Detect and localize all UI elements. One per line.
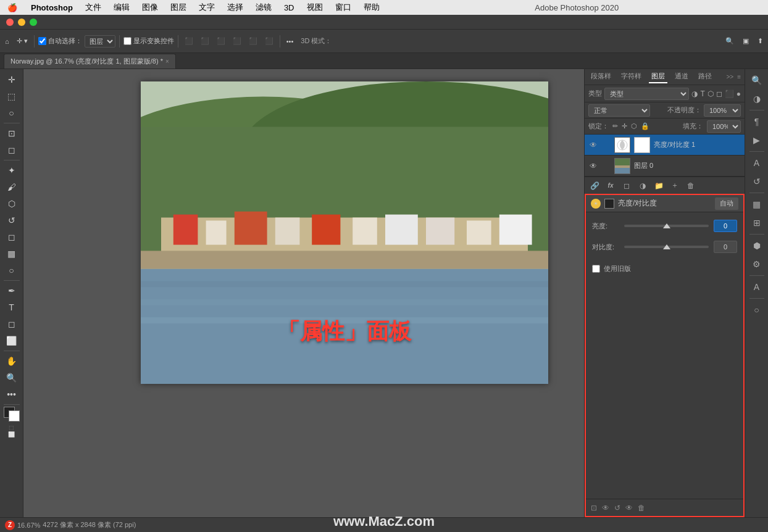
minimize-button[interactable]	[18, 19, 25, 26]
search-btn[interactable]: 🔍	[723, 33, 737, 49]
fr-search[interactable]: 🔍	[748, 72, 766, 89]
legacy-checkbox[interactable]	[592, 265, 600, 273]
layer-item-image[interactable]: 👁 图层 0	[585, 156, 745, 177]
filter-icon-2[interactable]: T	[700, 89, 704, 98]
new-group-icon[interactable]: 📁	[653, 180, 665, 192]
fr-history[interactable]: ↺	[748, 173, 766, 190]
fr-text2[interactable]: A	[748, 278, 766, 296]
reset-icon[interactable]: ↺	[614, 504, 620, 512]
zoom-tool[interactable]: 🔍	[3, 370, 20, 386]
contrast-track[interactable]	[624, 246, 709, 248]
fr-tools[interactable]: ⚙	[748, 256, 766, 273]
gradient-tool[interactable]: ▦	[3, 246, 20, 262]
fr-color[interactable]: ◑	[748, 90, 766, 107]
screen-mode[interactable]: ⬜	[8, 431, 15, 438]
filter-icon-3[interactable]: ⬡	[707, 89, 714, 98]
menu-image[interactable]: 图像	[136, 0, 164, 15]
lasso-tool[interactable]: ○	[3, 105, 20, 121]
show-transform-checkbox[interactable]	[123, 37, 131, 45]
auto-select-checkbox[interactable]	[38, 37, 46, 45]
panel-menu-icon[interactable]: ≡	[737, 73, 741, 80]
text-tool[interactable]: T	[3, 299, 20, 315]
new-layer-icon[interactable]: ＋	[669, 180, 681, 192]
menu-window[interactable]: 窗口	[329, 0, 357, 15]
menu-file[interactable]: 文件	[79, 0, 107, 15]
align-top-btn[interactable]: ⬛	[230, 33, 244, 49]
align-right-btn[interactable]: ⬛	[214, 33, 228, 49]
prev-state-icon[interactable]: 👁	[602, 504, 609, 512]
brightness-thumb[interactable]	[663, 223, 670, 228]
brush-tool[interactable]: 🖌	[3, 179, 20, 195]
shape-tool[interactable]: ⬜	[3, 333, 20, 349]
menu-help[interactable]: 帮助	[357, 0, 386, 15]
fr-text[interactable]: A	[748, 154, 766, 172]
lock-position-icon[interactable]: ✛	[622, 122, 627, 130]
lock-all-icon[interactable]: 🔒	[641, 122, 649, 130]
align-middle-btn[interactable]: ⬛	[246, 33, 260, 49]
stamp-tool[interactable]: ⬡	[3, 196, 20, 212]
fr-3d[interactable]: ⬢	[748, 237, 766, 254]
layer-eye-2[interactable]: 👁	[588, 161, 598, 171]
tab-paragraph[interactable]: 段落样	[588, 70, 614, 83]
tab-paths[interactable]: 路径	[696, 70, 714, 83]
hand-tool[interactable]: ✋	[3, 353, 20, 369]
visibility-icon[interactable]: 👁	[625, 504, 633, 512]
layout-btn[interactable]: ▣	[740, 33, 751, 49]
opacity-select[interactable]: 100%	[704, 104, 741, 117]
path-tool[interactable]: ◻	[3, 316, 20, 332]
menu-text[interactable]: 文字	[193, 0, 221, 15]
eyedropper-tool[interactable]: ◻	[3, 142, 20, 158]
auto-select-type[interactable]: 图层	[85, 35, 115, 48]
layer-item-adjustment[interactable]: 👁 亮度/对比度 1	[585, 135, 745, 156]
document-tab[interactable]: Norway.jpg @ 16.7% (亮度/对比度 1, 图层蒙版/8) * …	[4, 54, 176, 69]
filter-icon-1[interactable]: ◑	[691, 89, 698, 98]
move-tool[interactable]: ✛	[3, 72, 20, 88]
tab-layers[interactable]: 图层	[649, 70, 667, 83]
menu-select[interactable]: 选择	[221, 0, 249, 15]
more-options-btn[interactable]: •••	[284, 33, 296, 49]
contrast-value[interactable]: 0	[714, 241, 737, 253]
healing-tool[interactable]: ✦	[3, 162, 20, 178]
layer-fx-icon[interactable]: fx	[604, 180, 617, 192]
brightness-track[interactable]	[624, 225, 709, 227]
panel-expand-icon[interactable]: >>	[726, 73, 733, 80]
menu-3d[interactable]: 3D	[278, 0, 301, 15]
filter-icon-4[interactable]: ◻	[716, 89, 722, 98]
app-name-menu[interactable]: Photoshop	[25, 0, 79, 15]
tab-channels[interactable]: 通道	[672, 70, 691, 83]
more-tools[interactable]: •••	[3, 386, 20, 402]
fr-paragraph[interactable]: ¶	[748, 113, 766, 130]
fr-table[interactable]: ▦	[748, 196, 766, 213]
dodge-tool[interactable]: ○	[3, 262, 20, 278]
lock-artboard-icon[interactable]: ⬡	[631, 122, 637, 130]
fr-play[interactable]: ▶	[748, 131, 766, 149]
close-button[interactable]	[6, 19, 14, 26]
filter-on-icon[interactable]: ●	[737, 89, 741, 98]
clip-icon[interactable]: ⊡	[591, 504, 597, 512]
link-layers-icon[interactable]: 🔗	[588, 180, 601, 192]
add-mask-icon[interactable]: ◻	[620, 180, 633, 192]
adjustment-layer-icon[interactable]: ◑	[637, 180, 649, 192]
share-btn[interactable]: ⬆	[755, 33, 766, 49]
menu-layer[interactable]: 图层	[164, 0, 193, 15]
selection-tool[interactable]: ⬚	[3, 88, 20, 104]
auto-button[interactable]: 自动	[715, 197, 738, 210]
blend-mode-select[interactable]: 正常	[588, 104, 650, 117]
align-center-btn[interactable]: ⬛	[198, 33, 212, 49]
menu-filter[interactable]: 滤镜	[249, 0, 278, 15]
menu-edit[interactable]: 编辑	[107, 0, 136, 15]
brightness-value[interactable]: 0	[714, 220, 737, 232]
menu-view[interactable]: 视图	[301, 0, 329, 15]
apple-menu[interactable]: 🍎	[0, 3, 25, 12]
fill-select[interactable]: 100%	[707, 120, 741, 133]
layer-eye-1[interactable]: 👁	[588, 140, 598, 150]
contrast-thumb[interactable]	[663, 244, 670, 249]
eraser-tool[interactable]: ◻	[3, 229, 20, 245]
tab-close-btn[interactable]: ×	[165, 58, 169, 65]
fr-grid[interactable]: ⊞	[748, 214, 766, 231]
lock-pixels-icon[interactable]: ✏	[612, 122, 618, 130]
delete-layer-icon[interactable]: 🗑	[685, 180, 697, 192]
crop-tool[interactable]: ⊡	[3, 125, 20, 141]
align-left-btn[interactable]: ⬛	[182, 33, 196, 49]
history-tool[interactable]: ↺	[3, 212, 20, 228]
